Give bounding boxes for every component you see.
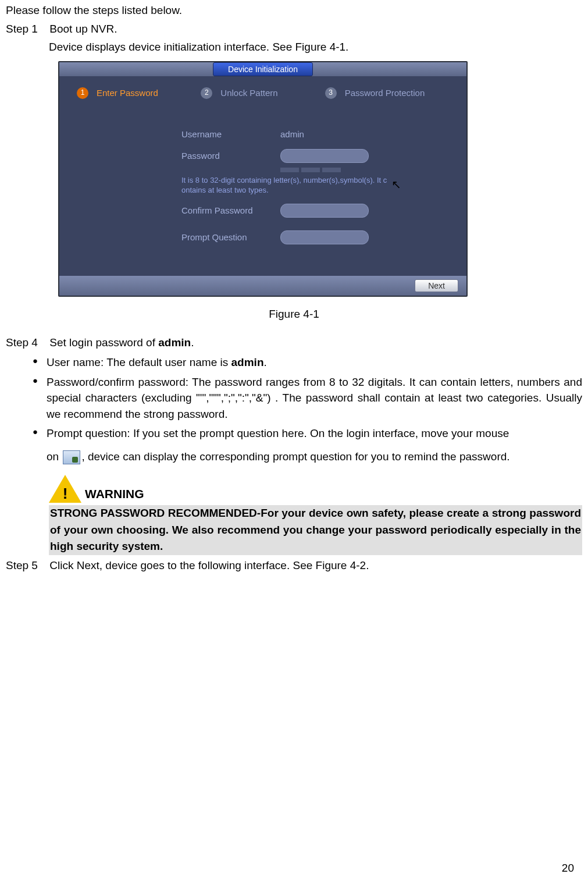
confirm-password-input[interactable]: [280, 204, 369, 218]
warning-body: STRONG PASSWORD RECOMMENDED-For your dev…: [49, 505, 582, 555]
bullet-list: User name: The default user name is admi…: [6, 354, 582, 464]
bullet-password: Password/confirm password: The password …: [33, 374, 582, 422]
figure-caption: Figure 4-1: [6, 306, 582, 322]
bullet-1-post: .: [263, 356, 266, 368]
step-label-2: Unlock Pattern: [220, 87, 277, 100]
warning-label: WARNING: [85, 485, 144, 503]
step-4-admin: admin: [158, 336, 191, 349]
wizard-steps: 1 Enter Password 2 Unlock Pattern 3 Pass…: [59, 76, 466, 120]
step-num-3-icon: 3: [325, 87, 337, 99]
confirm-password-row: Confirm Password: [181, 204, 466, 218]
step-5-label: Step 5: [6, 557, 47, 574]
strength-bar-3: [322, 168, 341, 172]
bullet-1-pre: User name: The default user name is: [47, 356, 231, 368]
step-1-text: Boot up NVR.: [49, 23, 117, 35]
step-5: Step 5 Click Next, device goes to the fo…: [6, 557, 582, 574]
password-strength-meter: [280, 168, 466, 172]
step-label-1: Enter Password: [97, 87, 158, 100]
wizard-step-1[interactable]: 1 Enter Password: [77, 87, 201, 100]
device-init-window: Device Initialization 1 Enter Password 2…: [58, 61, 468, 297]
password-hint: It is 8 to 32-digit containing letter(s)…: [181, 176, 391, 196]
mouse-cursor-icon: ↖: [391, 177, 401, 192]
step-4-text-pre: Set login password of: [49, 336, 158, 349]
wizard-step-3[interactable]: 3 Password Protection: [325, 87, 449, 100]
bullet-3-c: , device can display the corresponding p…: [81, 450, 509, 463]
strength-bar-2: [301, 168, 320, 172]
step-1-sub: Device displays device initialization in…: [49, 39, 582, 55]
prompt-question-input[interactable]: [280, 230, 369, 244]
password-label: Password: [181, 150, 280, 162]
step-1-label: Step 1: [6, 21, 47, 37]
username-row: Username admin: [181, 128, 466, 141]
step-5-text: Click Next, device goes to the following…: [49, 559, 369, 571]
prompt-question-label: Prompt Question: [181, 231, 280, 244]
username-label: Username: [181, 128, 280, 141]
bullet-3-b: on: [47, 450, 62, 463]
prompt-question-row: Prompt Question: [181, 230, 466, 244]
init-form: Username admin Password It is 8 to 32-di…: [59, 128, 466, 276]
step-4-text-post: .: [191, 336, 194, 349]
username-value: admin: [280, 128, 304, 141]
password-input[interactable]: [280, 149, 369, 163]
password-hint-text: It is 8 to 32-digit containing letter(s)…: [181, 176, 387, 194]
step-1: Step 1 Boot up NVR.: [6, 21, 582, 37]
prompt-hint-icon: [63, 450, 80, 464]
warning-triangle-icon: [49, 475, 81, 503]
confirm-password-label: Confirm Password: [181, 204, 280, 217]
step-num-2-icon: 2: [201, 87, 212, 99]
window-bottombar: Next: [59, 276, 466, 296]
password-row: Password: [181, 149, 466, 163]
window-title: Device Initialization: [213, 62, 313, 76]
window-titlebar: Device Initialization: [59, 62, 466, 76]
page-number: 20: [562, 860, 574, 876]
step-label-3: Password Protection: [345, 87, 425, 100]
next-button[interactable]: Next: [415, 279, 458, 292]
bullet-prompt: Prompt question: If you set the prompt q…: [33, 425, 582, 464]
step-4-label: Step 4: [6, 335, 47, 351]
intro-text: Please follow the steps listed below.: [6, 2, 582, 19]
bullet-3-a: Prompt question: If you set the prompt q…: [47, 427, 509, 439]
warning-header: WARNING: [49, 475, 582, 503]
strength-bar-1: [280, 168, 299, 172]
bullet-1-bold: admin: [231, 356, 264, 368]
bullet-username: User name: The default user name is admi…: [33, 354, 582, 371]
wizard-step-2[interactable]: 2 Unlock Pattern: [201, 87, 325, 100]
step-4: Step 4 Set login password of admin.: [6, 335, 582, 351]
step-num-1-icon: 1: [77, 87, 88, 99]
